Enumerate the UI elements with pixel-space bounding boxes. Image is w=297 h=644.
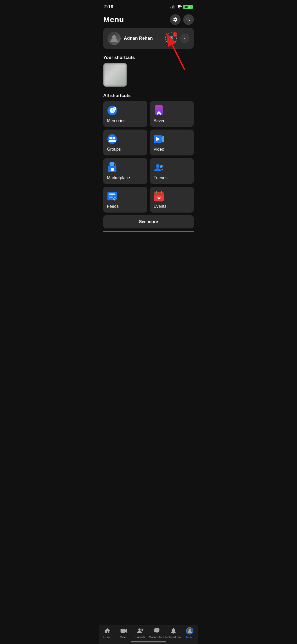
grid-item-events[interactable]: ★ Events [150,187,194,213]
grid-item-groups[interactable]: Groups [103,130,147,155]
video-label: Video [154,147,190,152]
memories-label: Memories [107,118,144,123]
groups-label: Groups [107,147,144,152]
svg-point-13 [107,134,117,144]
svg-rect-21 [111,168,114,171]
feeds-label: Feeds [107,204,144,209]
svg-rect-35 [154,194,164,195]
svg-rect-3 [175,5,175,8]
grid-item-friends[interactable]: Friends [150,158,194,184]
svg-rect-2 [173,5,174,8]
grid-container: Memories Saved [103,101,194,213]
events-label: Events [154,204,190,209]
wifi-icon [177,5,182,9]
friends-icon [154,162,164,173]
grid-item-feeds[interactable]: Feeds [103,187,147,213]
svg-rect-1 [172,6,173,8]
status-icons: 40⚡ [171,5,193,9]
groups-icon [107,134,117,144]
svg-rect-0 [171,7,171,8]
svg-rect-36 [156,191,157,194]
grid-item-saved[interactable]: Saved [150,101,194,127]
svg-text:🔄: 🔄 [169,37,173,40]
svg-rect-11 [155,105,163,115]
page-title: Menu [103,15,124,24]
svg-point-22 [156,164,159,168]
signal-icon [171,5,175,9]
events-icon: ★ [154,191,164,201]
grid-item-video[interactable]: Video [150,130,194,155]
profile-story-ring[interactable]: 1 🔄 [165,33,177,44]
svg-text:★: ★ [157,196,161,200]
memories-icon [107,105,117,116]
feeds-icon [107,191,117,201]
svg-rect-20 [110,162,114,166]
profile-name: Adnan Rehan [124,36,162,41]
svg-point-32 [115,199,115,200]
marketplace-icon [107,162,117,173]
status-time: 2:18 [104,4,113,10]
gear-icon [173,17,178,22]
header-actions [170,14,194,25]
status-bar: 2:18 40⚡ [99,0,198,12]
search-button[interactable] [183,14,194,25]
marketplace-label: Marketplace [107,176,144,180]
shortcuts-grid: Memories Saved [99,101,198,213]
saved-label: Saved [154,118,190,123]
avatar [107,32,121,45]
svg-point-15 [112,137,115,139]
settings-button[interactable] [170,14,181,25]
friends-label: Friends [154,176,190,180]
profile-card[interactable]: Adnan Rehan 1 🔄 [103,28,194,49]
svg-marker-17 [162,135,164,143]
story-badge: 1 [173,32,177,37]
battery-badge: 40⚡ [183,5,193,9]
grid-item-marketplace[interactable]: Marketplace [103,158,147,184]
grid-item-memories[interactable]: Memories [103,101,147,127]
shortcut-thumbnail[interactable] [103,63,127,87]
video-icon [154,134,164,144]
header: Menu [99,12,198,28]
svg-point-14 [109,137,112,139]
see-more-button[interactable]: See more [103,215,194,228]
saved-icon [154,105,164,116]
your-shortcuts-title: Your shortcuts [99,53,198,63]
shortcuts-row [99,63,198,91]
svg-rect-27 [109,194,115,195]
profile-dropdown-button[interactable] [180,34,190,43]
all-shortcuts-title: All shortcuts [99,91,198,101]
svg-rect-28 [109,196,113,196]
svg-rect-37 [161,191,162,194]
search-icon [186,17,191,22]
